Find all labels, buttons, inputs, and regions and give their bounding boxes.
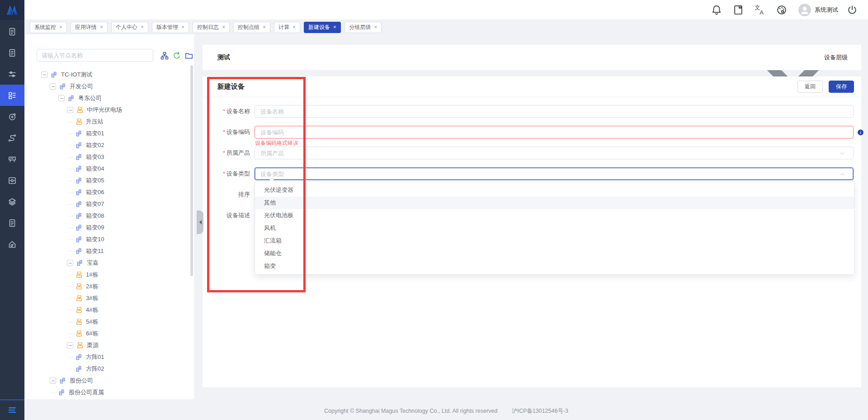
tree-node-21[interactable]: 5#栋 [25, 316, 189, 328]
tree-actions [160, 51, 193, 60]
dropdown-option-1[interactable]: 其他 [255, 196, 854, 209]
tree-node-8[interactable]: 箱变04 [25, 163, 189, 175]
tree-node-20[interactable]: 4#栋 [25, 304, 189, 316]
product-select[interactable] [255, 147, 854, 159]
footer: Copyright © Shanghai Magus Technology Co… [24, 407, 868, 415]
tab-6[interactable]: 计算× [274, 22, 300, 33]
tab-0[interactable]: 系统监控× [30, 22, 67, 33]
tree-node-23[interactable]: 栗源 [25, 339, 189, 351]
tree-node-25[interactable]: 方阵02 [25, 363, 189, 375]
sidebar-nav-item-6[interactable] [0, 148, 24, 170]
save-button[interactable]: 保存 [829, 81, 854, 93]
tree-node-22[interactable]: 6#栋 [25, 328, 189, 339]
tree-node-4[interactable]: 升压站 [25, 116, 189, 128]
tree-node-14[interactable]: 箱变10 [25, 234, 189, 245]
sidebar-nav-item-4[interactable] [0, 106, 24, 127]
tree-node-17[interactable]: 1#栋 [25, 269, 189, 281]
tab-close-icon[interactable]: × [333, 24, 336, 30]
tree-node-1[interactable]: 开发公司 [25, 81, 189, 92]
tree-guide-line [68, 239, 74, 240]
tab-8[interactable]: 分组层级× [344, 22, 382, 33]
sidebar-nav-item-7[interactable] [0, 170, 24, 191]
company-icon [75, 248, 83, 255]
tree-node-6[interactable]: 箱变02 [25, 139, 189, 151]
sidebar-nav-item-9[interactable] [0, 212, 24, 234]
tab-close-icon[interactable]: × [59, 24, 62, 30]
tree-scrollbar[interactable] [190, 65, 193, 276]
tree-node-5[interactable]: 箱变01 [25, 128, 189, 139]
home-tools-icon [8, 240, 17, 249]
sidebar-nav-item-5[interactable] [0, 127, 24, 148]
tab-5[interactable]: 控制点组× [233, 22, 270, 33]
tree-node-label: 4#栋 [86, 306, 98, 314]
tree-node-27[interactable]: 股份公司直属 [25, 387, 189, 398]
tab-close-icon[interactable]: × [292, 24, 296, 30]
tab-close-icon[interactable]: × [181, 24, 184, 30]
device-code-input[interactable] [255, 126, 854, 138]
bell-icon[interactable] [711, 4, 722, 16]
tab-4[interactable]: 控制日志× [193, 22, 230, 33]
tab-1[interactable]: 应用详情× [71, 22, 108, 33]
tree-node-0[interactable]: TC-IOT测试 [25, 69, 189, 81]
sidebar-nav-item-0[interactable] [0, 21, 24, 42]
dropdown-option-6[interactable]: 箱变 [255, 260, 854, 272]
collapse-minus-icon[interactable] [50, 377, 56, 384]
info-icon[interactable]: i [857, 129, 864, 136]
tree-node-9[interactable]: 箱变05 [25, 175, 189, 186]
tree-node-label: 箱变06 [86, 188, 104, 196]
tree-node-26[interactable]: 股份公司 [25, 375, 189, 387]
tree-node-3[interactable]: 中坪光伏电场 [25, 104, 189, 116]
sidebar-nav-item-2[interactable] [0, 63, 24, 85]
back-button[interactable]: 返回 [797, 81, 823, 93]
tab-close-icon[interactable]: × [374, 24, 377, 30]
station-icon [75, 295, 83, 302]
node-search-input[interactable] [37, 49, 153, 62]
tree-node-18[interactable]: 2#栋 [25, 281, 189, 292]
tree-node-10[interactable]: 箱变06 [25, 186, 189, 198]
tab-label: 系统监控 [34, 24, 56, 31]
tree-node-19[interactable]: 3#栋 [25, 292, 189, 304]
tree-node-label: 6#栋 [86, 329, 98, 338]
collapse-minus-icon[interactable] [58, 95, 65, 101]
collapse-minus-icon[interactable] [50, 83, 56, 90]
tab-close-icon[interactable]: × [141, 24, 144, 30]
collapse-minus-icon[interactable] [67, 260, 73, 266]
sidebar-nav-item-10[interactable] [0, 234, 24, 255]
tree-node-2[interactable]: 粤东公司 [25, 92, 189, 104]
sidebar-nav-item-1[interactable] [0, 42, 24, 63]
tab-3[interactable]: 版本管理× [152, 22, 189, 33]
collapse-minus-icon[interactable] [67, 107, 73, 113]
collapse-minus-icon[interactable] [41, 72, 47, 78]
tree-node-24[interactable]: 方阵01 [25, 351, 189, 363]
device-type-select[interactable] [255, 167, 854, 180]
folder-icon[interactable] [184, 51, 193, 60]
sidebar-collapse-toggle[interactable] [0, 400, 24, 420]
dropdown-option-2[interactable]: 光伏电池板 [255, 209, 854, 222]
tab-close-icon[interactable]: × [222, 24, 225, 30]
tab-close-icon[interactable]: × [263, 24, 266, 30]
device-level-label[interactable]: 设备层级 [824, 53, 848, 62]
sidebar-nav-item-8[interactable] [0, 191, 24, 212]
dropdown-option-4[interactable]: 汇流箱 [255, 234, 854, 247]
tree-node-12[interactable]: 箱变08 [25, 210, 189, 222]
sidebar-nav-item-3[interactable] [0, 85, 24, 106]
tree-node-16[interactable]: 宝嘉 [25, 257, 189, 269]
tree-node-13[interactable]: 箱变09 [25, 222, 189, 234]
collapse-minus-icon[interactable] [67, 342, 73, 348]
tree-structure-icon[interactable] [160, 51, 169, 60]
refresh-icon[interactable] [172, 51, 181, 60]
tree-guide-line [68, 192, 74, 193]
device-name-input[interactable] [255, 105, 854, 118]
dropdown-option-0[interactable]: 光伏逆变器 [255, 184, 854, 196]
tree-node-label: 粤东公司 [78, 94, 102, 102]
tree-node-7[interactable]: 箱变03 [25, 151, 189, 163]
tab-2[interactable]: 个人中心× [111, 22, 148, 33]
panel-collapse-handle[interactable] [197, 210, 203, 234]
tree-node-15[interactable]: 箱变11 [25, 245, 189, 257]
tab-close-icon[interactable]: × [100, 24, 103, 30]
dropdown-option-3[interactable]: 风机 [255, 222, 854, 234]
tab-active-7[interactable]: 新建设备× [304, 22, 341, 33]
dropdown-option-5[interactable]: 储能仓 [255, 247, 854, 260]
tab-label: 控制日志 [197, 24, 219, 31]
tree-node-11[interactable]: 箱变07 [25, 198, 189, 210]
